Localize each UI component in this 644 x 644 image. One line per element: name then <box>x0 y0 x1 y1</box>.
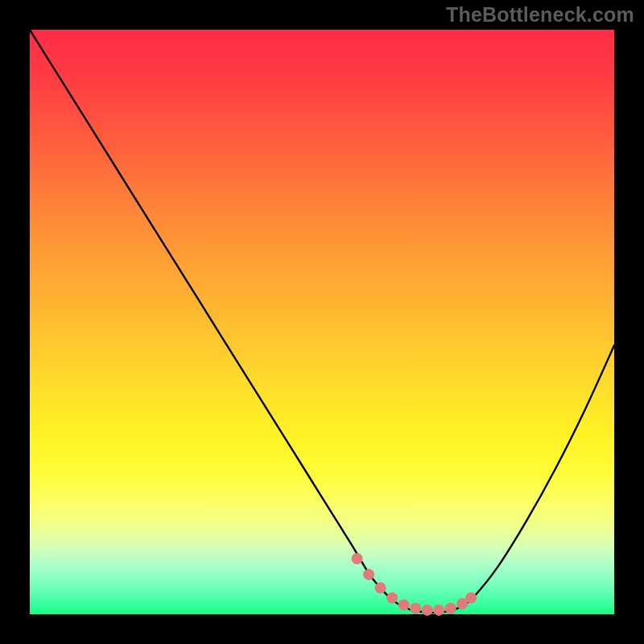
watermark-text: TheBottleneck.com <box>446 3 634 27</box>
highlight-dot <box>465 592 477 604</box>
highlight-dot <box>386 592 398 604</box>
highlight-dot <box>352 553 363 564</box>
chart-svg <box>30 30 614 614</box>
highlight-dot <box>363 569 374 580</box>
highlight-dot <box>445 603 456 614</box>
chart-frame: TheBottleneck.com <box>0 0 644 644</box>
highlight-dots-group <box>352 553 477 616</box>
highlight-dot <box>398 599 410 610</box>
highlight-dot <box>410 603 421 614</box>
highlight-dot <box>375 582 386 593</box>
highlight-dot <box>433 605 444 616</box>
plot-area <box>30 30 614 614</box>
highlight-dot <box>422 605 433 616</box>
bottleneck-curve-path <box>30 30 614 613</box>
